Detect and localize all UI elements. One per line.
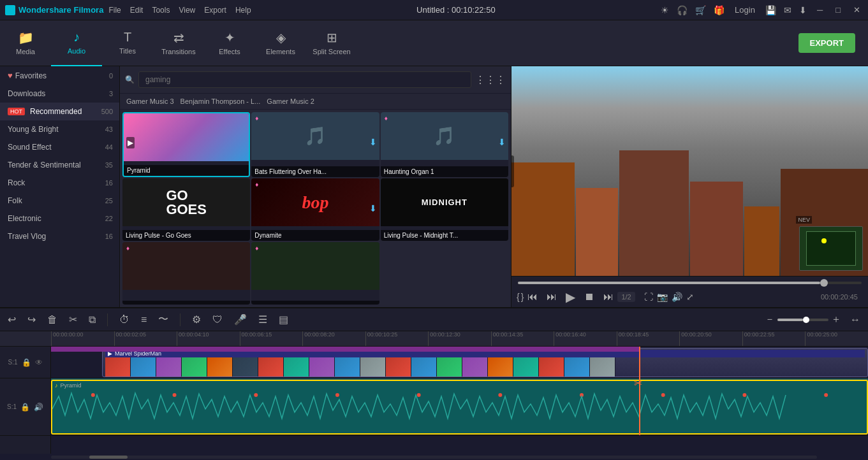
preview-play-btn[interactable]: ▶ [563,288,578,306]
preview-collapse-btn[interactable]: ‹ [511,155,514,187]
sidebar-item-electronic[interactable]: Electronic 22 [0,210,119,227]
maximize-button[interactable]: □ [833,5,843,15]
video-clip[interactable]: ▶ Marvel SpiderMan [102,348,868,377]
menu-help[interactable]: Help [235,6,251,15]
gift-icon[interactable]: 🎁 [714,5,725,15]
bracket-right-icon[interactable]: } [521,292,524,302]
lock-icon[interactable]: 🔒 [22,358,31,367]
caption-btn[interactable]: ▤ [276,312,291,327]
eye-icon[interactable]: 👁 [35,358,43,367]
sun-icon[interactable]: ☀ [661,5,669,15]
menu-view[interactable]: View [179,6,195,15]
toolbar-item-effects[interactable]: ✦ Effects [204,20,255,66]
volume-btn[interactable]: 🔊 [672,292,682,302]
toolbar-item-elements[interactable]: ◈ Elements [255,20,306,66]
zoom-out-btn[interactable]: － [765,313,775,326]
preview-stop-btn[interactable]: ⏹ [582,290,597,304]
menu-tools[interactable]: Tools [152,6,170,15]
sidebar-item-downloads[interactable]: Downloads 3 [0,85,119,103]
download-icon[interactable]: ⬇ [369,137,377,147]
menu-file[interactable]: File [108,6,121,15]
ruler-mark-0: 00:00:00:00 [51,331,114,346]
svg-point-9 [824,393,828,397]
mail-icon[interactable]: ✉ [784,5,791,15]
audio-card-more2[interactable]: ♦ [251,242,379,305]
close-button[interactable]: ✕ [851,5,863,15]
settings2-btn[interactable]: ⚙ [189,312,203,327]
sidebar-item-tender[interactable]: Tender & Sentimental 35 [0,156,119,174]
redo-btn[interactable]: ↪ [25,312,38,327]
top-track-1[interactable]: Benjamin Thompson - L... [180,97,261,105]
preview-skip-back-btn[interactable]: ⏮ [525,290,540,304]
timer-btn[interactable]: ⏱ [117,313,132,327]
ruler-mark-10: 00:00:20:50 [679,331,742,346]
audio-card-goes[interactable]: GO GOES Living Pulse - Go Goes [122,178,250,241]
search-input[interactable] [138,71,471,88]
audio-card-dynamite[interactable]: ♦ bop ⬇ Dynamite [251,178,379,241]
sidebar-item-youngbright[interactable]: Young & Bright 43 [0,120,119,138]
download-icon[interactable]: ⬇ [498,137,506,147]
sidebar-item-recommended[interactable]: HOT Recommended 500 [0,103,119,120]
login-button[interactable]: Login [732,5,758,15]
export-button[interactable]: EXPORT [798,33,855,53]
preview-next-frame-btn[interactable]: ⏭ [601,290,616,304]
copy-btn[interactable]: ⧉ [86,313,98,327]
audio-card-bats[interactable]: ♦ 🎵 ⬇ Bats Fluttering Over Ha... [251,112,379,177]
sidebar-item-travelvlog[interactable]: Travel Vlog 16 [0,227,119,245]
ruler-mark-8: 00:00:16:40 [554,331,617,346]
zoom-in-btn[interactable]: ＋ [831,313,841,326]
bracket-left-icon[interactable]: { [517,292,520,302]
download-icon[interactable]: ⬇ [799,5,807,15]
toolbar-item-audio[interactable]: ♪ Audio [51,20,102,66]
waveform-btn[interactable]: 〜 [156,312,171,327]
scroll-thumb[interactable] [89,456,128,459]
sidebar-item-favorites[interactable]: ♥ Favorites 0 [0,66,119,85]
track-label-audio: S:1 🔒 🔊 [0,378,50,436]
audio-card-more1[interactable]: ♦ [122,242,250,305]
timeline-scrollbar[interactable] [0,454,868,460]
toolbar-item-splitscreen[interactable]: ⊞ Split Screen [306,20,357,66]
audio-card-pyramid[interactable]: ▶ Pyramid [122,112,250,177]
mic-btn[interactable]: 🎤 [232,312,249,327]
toolbar-item-transitions[interactable]: ⇄ Transitions [153,20,204,66]
menu-edit[interactable]: Edit [130,6,143,15]
toolbar-item-media[interactable]: 📁 Media [0,20,51,66]
sidebar-item-folk[interactable]: Folk 25 [0,192,119,210]
headphone-icon[interactable]: 🎧 [677,5,688,15]
download-icon[interactable]: ⬇ [369,203,377,213]
minimize-button[interactable]: ─ [814,5,825,15]
cut-btn[interactable]: ✂ [66,312,80,327]
volume-icon[interactable]: 🔊 [34,403,43,412]
seekbar-thumb[interactable] [820,279,828,287]
undo-btn[interactable]: ↩ [5,312,18,327]
screenshot-btn[interactable]: 📷 [657,292,668,302]
fit-view-btn[interactable]: ↔ [848,313,863,327]
audio-card-haunting[interactable]: ♦ 🎵 ⬇ Haunting Organ 1 [381,112,508,177]
top-track-2[interactable]: Gamer Music 2 [267,97,314,105]
fullscreen-btn[interactable]: ⛶ [644,292,653,302]
titles-icon: T [124,30,131,45]
lock-icon2[interactable]: 🔒 [20,403,30,412]
preview-seekbar[interactable] [511,277,868,287]
toolbar-item-titles[interactable]: T Titles [102,20,153,66]
audio-clip[interactable]: ♪ Pyramid [51,380,868,435]
audio-card-midnight[interactable]: MIDNIGHT Living Pulse - Midnight T... [381,178,508,241]
preview-prev-frame-btn[interactable]: ⏭ [544,290,559,304]
delete-btn[interactable]: 🗑 [45,313,60,327]
seekbar-track [518,282,862,284]
track-area: ▶ Marvel SpiderMan [51,347,868,454]
top-track-0[interactable]: Gamer Music 3 [126,97,174,105]
save-icon[interactable]: 💾 [765,5,776,15]
menu-btn[interactable]: ☰ [256,312,270,327]
sidebar-item-rock[interactable]: Rock 16 [0,174,119,192]
cart-icon[interactable]: 🛒 [695,5,706,15]
hot-badge: HOT [8,108,25,115]
shield-btn[interactable]: 🛡 [210,313,225,327]
adjust-btn[interactable]: ≡ [138,313,149,327]
grid-view-icon[interactable]: ⋮⋮⋮ [475,74,506,86]
settings-btn[interactable]: ⤢ [686,292,694,302]
sidebar-item-soundeffect[interactable]: Sound Effect 44 [0,138,119,156]
menu-export[interactable]: Export [204,6,226,15]
waveform-svg [52,390,867,433]
zoom-slider[interactable] [777,319,828,321]
